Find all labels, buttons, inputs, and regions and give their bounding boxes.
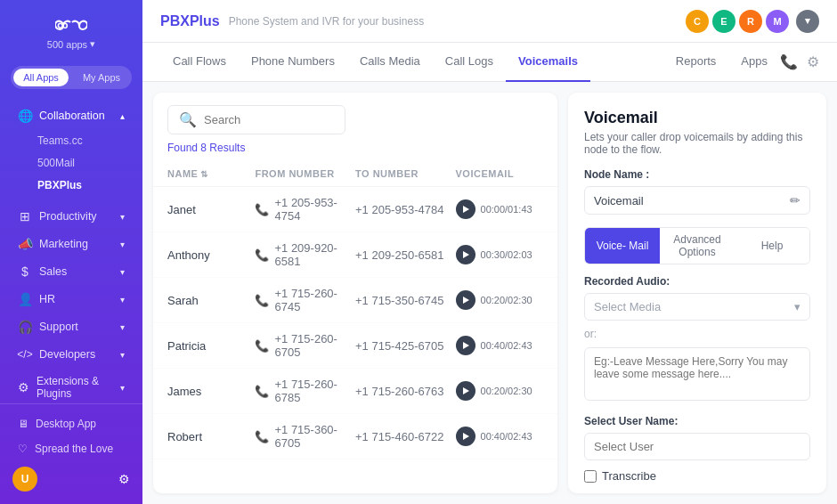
logo-icon: ∞ (55, 16, 87, 36)
play-button[interactable] (456, 199, 475, 219)
app-brand: PBXPlus (160, 13, 220, 29)
node-name-field[interactable]: Voicemail ✏ (584, 186, 810, 215)
row-to: +1 205-953-4784 (355, 203, 456, 216)
avatar-m[interactable]: M (766, 10, 789, 33)
user-avatar[interactable]: U (12, 467, 37, 492)
sidebar-logo: ∞ 500 apps ▾ (0, 0, 142, 59)
grid-icon: ⊞ (18, 209, 32, 224)
app-subtitle: Phone System and IVR for your business (229, 15, 424, 28)
phone-cell-icon: 📞 (255, 385, 269, 398)
sidebar-item-developers[interactable]: </> Developers ▾ (5, 341, 137, 368)
sidebar-item-500mail[interactable]: 500Mail (5, 152, 137, 174)
svg-marker-6 (463, 433, 469, 440)
table-row: Sarah 📞 +1 715-260-6745 +1 715-350-6745 … (153, 278, 557, 323)
chevron-down-icon-5: ▾ (120, 322, 125, 332)
sidebar-item-sales[interactable]: $ Sales ▾ (5, 258, 137, 285)
collaboration-section: 🌐 Collaboration ▴ Teams.cc 500Mail PBXPl… (0, 96, 142, 202)
sidebar-item-extensions[interactable]: ⚙ Extensions & Plugins ▾ (5, 369, 137, 403)
row-to: +1 715-460-6722 (355, 430, 456, 443)
transcribe-checkbox[interactable] (584, 470, 597, 483)
tab-help[interactable]: Help (735, 228, 809, 264)
settings-icon[interactable]: ⚙ (118, 472, 130, 486)
select-media-field[interactable]: Select Media ▾ (584, 293, 810, 321)
tab-reports[interactable]: Reports (663, 43, 729, 82)
row-from: 📞 +1 715-260-6745 (255, 287, 355, 313)
tab-apps[interactable]: Apps (728, 43, 780, 82)
avatar-e[interactable]: E (712, 10, 735, 33)
col-from-number: FROM NUMBER (255, 168, 355, 179)
table-row: Anthony 📞 +1 209-920-6581 +1 209-250-658… (153, 232, 557, 278)
tab-calls-media[interactable]: Calls Media (347, 43, 433, 82)
recorded-audio-label: Recorded Audio: (584, 275, 810, 288)
search-area: 🔍 (153, 93, 557, 134)
my-apps-button[interactable]: My Apps (74, 69, 129, 86)
sidebar-item-support[interactable]: 🎧 Support ▾ (5, 313, 137, 340)
panel-title: Voicemail (584, 109, 810, 127)
row-name: Robert (167, 430, 255, 443)
avatar-r[interactable]: R (739, 10, 762, 33)
tab-voice-mail[interactable]: Voice- Mail (585, 228, 660, 264)
sort-icon-name: ⇅ (200, 169, 208, 179)
select-user-label: Select User Name: (584, 415, 810, 427)
table-row: James 📞 +1 715-260-6785 +1 715-260-6763 … (153, 369, 557, 414)
globe-icon: 🌐 (18, 109, 32, 123)
panel-subtitle: Lets your caller drop voicemails by addi… (584, 131, 810, 156)
avatar-main[interactable]: ▾ (796, 10, 819, 33)
all-apps-button[interactable]: All Apps (13, 69, 69, 86)
sidebar-item-collaboration[interactable]: 🌐 Collaboration ▴ (5, 102, 137, 129)
tab-call-flows[interactable]: Call Flows (160, 43, 239, 82)
sidebar-item-teams[interactable]: Teams.cc (5, 130, 137, 151)
tab-phone-numbers[interactable]: Phone Numbers (239, 43, 347, 82)
search-icon: 🔍 (179, 111, 197, 128)
table-body: Janet 📞 +1 205-953-4754 +1 205-953-4784 … (153, 187, 557, 493)
voicemail-panel: Voicemail Lets your caller drop voicemai… (568, 93, 826, 493)
code-icon: </> (18, 347, 32, 362)
col-name[interactable]: NAME ⇅ (167, 168, 255, 179)
time-display: 00:40/02:43 (481, 431, 532, 442)
message-textarea[interactable] (584, 347, 810, 401)
phone-icon[interactable]: 📞 (780, 53, 798, 70)
search-input[interactable] (204, 113, 334, 126)
avatar-c[interactable]: C (686, 10, 709, 33)
row-name: Sarah (167, 294, 255, 307)
chevron-down-icon-3: ▾ (120, 267, 125, 277)
sidebar-item-hr[interactable]: 👤 HR ▾ (5, 286, 137, 313)
sidebar-item-pbxplus[interactable]: PBXPlus (5, 175, 137, 196)
tab-call-logs[interactable]: Call Logs (433, 43, 506, 82)
chevron-select-icon: ▾ (794, 300, 800, 313)
play-button[interactable] (456, 290, 475, 310)
play-button[interactable] (456, 245, 475, 264)
svg-marker-3 (463, 297, 469, 304)
search-box[interactable]: 🔍 (167, 105, 345, 134)
sidebar-item-marketing[interactable]: 📣 Marketing ▾ (5, 231, 137, 257)
phone-cell-icon: 📞 (255, 294, 269, 307)
settings-tab-icon[interactable]: ⚙ (807, 53, 819, 70)
panel-tabs: Voice- Mail Advanced Options Help (584, 227, 810, 264)
row-voicemail: 00:40/02:43 (456, 427, 543, 446)
spread-love-item[interactable]: ♡ Spread the Love (5, 436, 137, 461)
chevron-down-icon: ▾ (120, 212, 125, 222)
row-voicemail: 00:20/02:30 (456, 381, 543, 401)
row-voicemail: 00:20/02:30 (456, 290, 543, 310)
tab-voicemails[interactable]: Voicemails (506, 43, 590, 82)
play-button[interactable] (456, 336, 475, 355)
select-user-input[interactable] (584, 433, 810, 460)
row-to: +1 715-425-6705 (355, 339, 456, 353)
chevron-down-icon-4: ▾ (120, 295, 125, 305)
apps-count-label[interactable]: 500 apps ▾ (47, 38, 95, 50)
row-from: 📞 +1 715-360-6705 (255, 423, 355, 450)
desktop-app-item[interactable]: 🖥 Desktop App (5, 411, 137, 436)
sidebar-nav: 🌐 Collaboration ▴ Teams.cc 500Mail PBXPl… (0, 96, 142, 403)
row-name: Patricia (167, 339, 255, 353)
play-button[interactable] (456, 427, 475, 446)
tab-advanced-options[interactable]: Advanced Options (660, 228, 735, 264)
table-panel: 🔍 Found 8 Results NAME ⇅ FROM NUMBER TO … (153, 93, 557, 493)
user-avatars: C E R M ▾ (686, 10, 819, 33)
row-from: 📞 +1 205-953-4754 (255, 196, 355, 223)
row-from: 📞 +1 715-260-6785 (255, 378, 355, 404)
sidebar: ∞ 500 apps ▾ All Apps My Apps 🌐 Collabor… (0, 0, 142, 504)
play-button[interactable] (456, 381, 475, 401)
sidebar-item-productivity[interactable]: ⊞ Productivity ▾ (5, 203, 137, 230)
col-to-number: TO NUMBER (355, 168, 456, 179)
edit-icon[interactable]: ✏ (790, 193, 800, 207)
